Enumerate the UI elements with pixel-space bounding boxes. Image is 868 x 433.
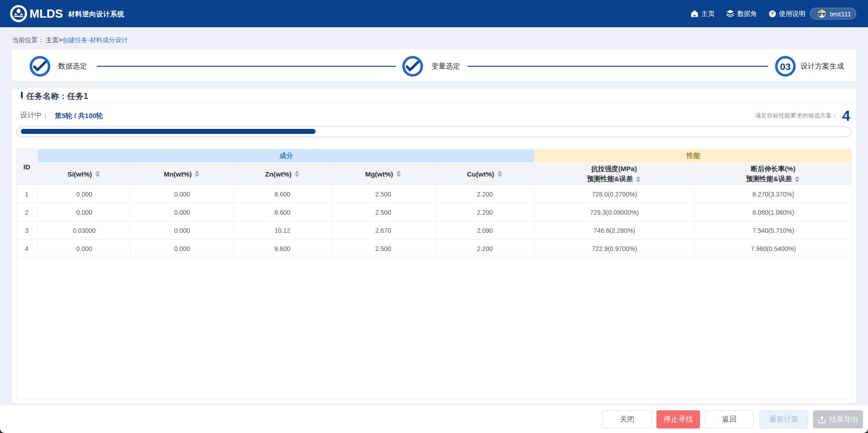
svg-text:03: 03 [780, 61, 790, 72]
svg-text:?: ? [771, 11, 774, 16]
